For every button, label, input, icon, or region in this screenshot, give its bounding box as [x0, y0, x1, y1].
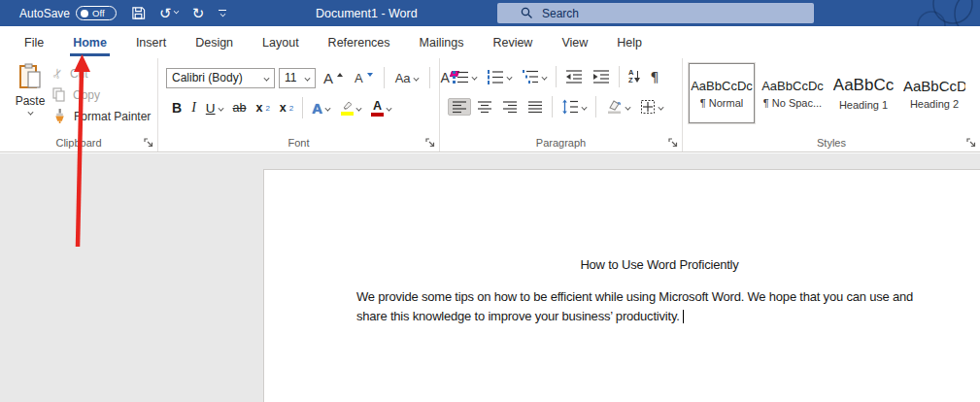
tab-mailings[interactable]: Mailings: [405, 26, 479, 58]
text-cursor: [683, 310, 684, 323]
format-painter-button[interactable]: Format Painter: [52, 109, 151, 123]
tab-review[interactable]: Review: [478, 26, 547, 58]
justify-button[interactable]: [524, 98, 547, 116]
multilevel-list-button[interactable]: [518, 67, 551, 86]
text-effects-button[interactable]: A: [308, 98, 334, 118]
paste-icon: [17, 63, 43, 92]
tab-help[interactable]: Help: [602, 26, 657, 58]
subscript-button[interactable]: x2: [252, 99, 273, 117]
text-highlight-color-button[interactable]: [336, 98, 365, 117]
borders-button[interactable]: [636, 97, 667, 117]
justify-icon: [527, 100, 543, 114]
strikethrough-button[interactable]: ab: [229, 99, 251, 117]
font-group: Calibri (Body) 11 A A Aa: [158, 58, 440, 151]
font-color-button[interactable]: A: [367, 98, 395, 118]
clipboard-dialog-launcher[interactable]: [144, 138, 153, 148]
tab-references[interactable]: References: [314, 26, 405, 58]
align-right-button[interactable]: [498, 98, 522, 116]
undo-button[interactable]: ↺: [152, 0, 186, 26]
borders-chevron-icon: [658, 104, 663, 110]
font-name-value: Calibri (Body): [172, 71, 243, 84]
paste-dropdown-chevron-icon: [27, 109, 33, 115]
align-center-button[interactable]: [473, 98, 496, 116]
tab-view[interactable]: View: [547, 26, 602, 58]
styles-dialog-launcher[interactable]: [966, 138, 976, 148]
tab-file[interactable]: File: [10, 26, 58, 58]
change-case-button[interactable]: Aa: [391, 69, 422, 87]
sort-icon: AZ: [628, 69, 640, 84]
font-name-combobox[interactable]: Calibri (Body): [166, 68, 275, 88]
search-placeholder: Search: [542, 7, 579, 20]
tab-layout[interactable]: Layout: [248, 26, 314, 58]
style-no-spacing[interactable]: AaBbCcDc ¶ No Spac...: [760, 63, 826, 123]
superscript-button[interactable]: x2: [276, 99, 297, 117]
increase-indent-button[interactable]: [589, 67, 614, 86]
numbering-chevron-icon: [506, 74, 512, 80]
shrink-font-button[interactable]: A: [351, 69, 377, 87]
clipboard-group-label: Clipboard: [0, 137, 157, 149]
cut-label: Cut: [70, 67, 88, 81]
autosave-toggle[interactable]: Off: [76, 6, 117, 20]
font-size-combobox[interactable]: 11: [279, 68, 316, 88]
style-normal[interactable]: AaBbCcDc ¶ Normal: [689, 63, 755, 123]
font-size-value: 11: [285, 71, 296, 84]
bullets-icon: [452, 69, 469, 84]
document-body-line-1: We provide some tips on how to be effici…: [356, 287, 963, 307]
paragraph-group: AZ ¶: [440, 58, 683, 151]
numbering-icon: [487, 69, 504, 84]
autosave-label: AutoSave: [19, 7, 70, 20]
save-button[interactable]: [124, 0, 152, 26]
autosave-state: Off: [92, 9, 105, 18]
word-window: AutoSave Off ↺ ↻ Document1 - Word: [0, 0, 980, 402]
paragraph-group-label: Paragraph: [440, 137, 682, 149]
copy-button[interactable]: Copy: [52, 87, 151, 102]
show-hide-formatting-button[interactable]: ¶: [646, 67, 662, 86]
bold-button[interactable]: B: [168, 98, 186, 117]
grow-font-caret-icon: [337, 73, 343, 77]
document-title-text: How to Use Word Proficiently: [356, 257, 963, 272]
increase-indent-icon: [592, 69, 610, 84]
line-spacing-button[interactable]: [558, 97, 591, 117]
highlighter-icon: [340, 100, 354, 116]
tab-home[interactable]: Home: [58, 26, 121, 58]
style-heading-2[interactable]: AaBbCcD Heading 2: [901, 63, 967, 123]
customize-quick-access-toolbar-button[interactable]: [211, 10, 234, 17]
paste-button[interactable]: Paste: [8, 63, 52, 115]
undo-icon: ↺: [159, 5, 172, 22]
font-size-chevron-icon: [304, 75, 310, 81]
paste-label: Paste: [16, 94, 46, 108]
search-icon: [521, 7, 533, 19]
document-page[interactable]: How to Use Word Proficiently We provide …: [263, 169, 980, 402]
search-box[interactable]: Search: [497, 3, 814, 23]
autosave-toggle-knob: [81, 10, 88, 17]
paragraph-dialog-launcher[interactable]: [668, 138, 678, 148]
redo-icon: ↻: [192, 5, 205, 22]
underline-chevron-icon: [218, 105, 223, 111]
numbering-button[interactable]: [483, 67, 516, 86]
italic-button[interactable]: I: [187, 98, 200, 117]
shrink-font-caret-icon: [367, 73, 373, 77]
underline-button[interactable]: U: [202, 99, 227, 117]
styles-group-label: Styles: [683, 137, 980, 149]
decrease-indent-icon: [565, 69, 583, 84]
ribbon: Paste ✂ Cut Copy: [0, 58, 980, 152]
decrease-indent-button[interactable]: [561, 67, 587, 86]
font-dialog-launcher[interactable]: [425, 138, 435, 148]
document-body-line-2: share this knowledge to improve your bus…: [356, 309, 680, 323]
bullets-button[interactable]: [448, 67, 481, 86]
grow-font-button[interactable]: A: [320, 68, 347, 88]
style-heading-1[interactable]: AaBbCc Heading 1: [830, 63, 896, 123]
font-color-chevron-icon: [387, 105, 392, 111]
line-spacing-icon: [561, 99, 579, 115]
cut-button[interactable]: ✂ Cut: [52, 66, 151, 81]
align-right-icon: [502, 100, 518, 114]
shading-icon: [605, 99, 623, 115]
sort-button[interactable]: AZ: [625, 67, 644, 86]
align-left-button[interactable]: [448, 98, 471, 116]
redo-button[interactable]: ↻: [186, 0, 212, 26]
tab-insert[interactable]: Insert: [121, 26, 181, 58]
tab-design[interactable]: Design: [181, 26, 248, 58]
format-painter-icon: [52, 109, 67, 123]
shading-button[interactable]: [601, 97, 634, 117]
line-spacing-chevron-icon: [581, 104, 587, 110]
